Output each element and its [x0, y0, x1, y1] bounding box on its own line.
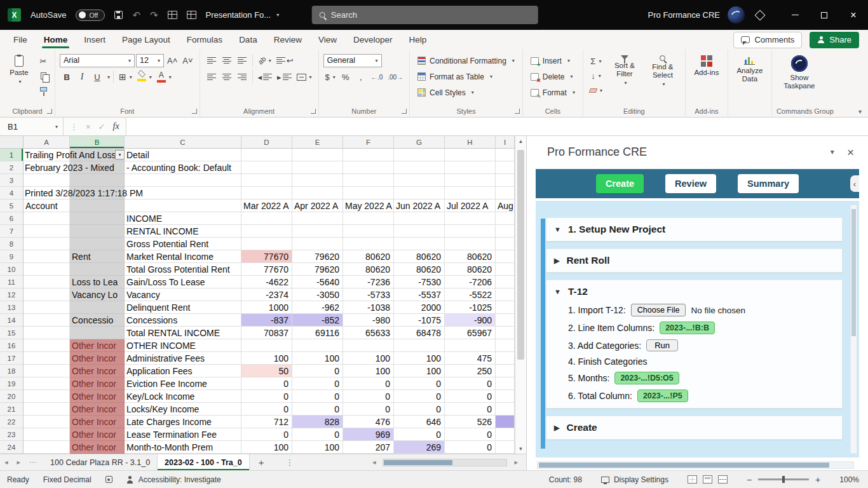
cell[interactable] — [125, 174, 241, 187]
page-break-view-icon[interactable] — [718, 475, 728, 484]
cell[interactable]: 269 — [394, 441, 445, 454]
cell[interactable]: -7530 — [394, 276, 445, 288]
cell[interactable]: -852 — [292, 314, 343, 327]
cell[interactable] — [24, 428, 70, 441]
cell[interactable] — [496, 403, 515, 416]
row-header-3[interactable]: 3 — [0, 174, 24, 187]
row-header-1[interactable]: 1 — [0, 149, 24, 161]
search-box[interactable]: Search — [312, 6, 538, 24]
cell[interactable] — [241, 339, 292, 352]
scrollbar-thumb[interactable] — [539, 463, 829, 468]
orientation-button[interactable]: ab▾ — [256, 53, 273, 67]
redo-icon[interactable]: ↷ — [150, 10, 158, 20]
cell[interactable]: Vacancy — [125, 288, 241, 301]
merge-center-button[interactable]: ▾ — [295, 70, 314, 84]
cell[interactable]: -5537 — [394, 288, 445, 301]
cell[interactable]: 100 — [343, 365, 394, 377]
format-painter-button[interactable] — [36, 83, 50, 97]
cell[interactable]: Market Rental Income — [125, 250, 241, 263]
cell[interactable] — [394, 187, 445, 200]
display-settings-button[interactable]: Display Settings — [601, 475, 668, 484]
cell[interactable]: 969 — [343, 428, 394, 441]
cell[interactable] — [24, 288, 70, 301]
align-center-button[interactable] — [220, 70, 234, 84]
row-header-4[interactable]: 4 — [0, 187, 24, 200]
cell[interactable]: 79620 — [292, 263, 343, 276]
clipboard-dialog-launcher[interactable] — [47, 109, 52, 114]
row-header-6[interactable]: 6 — [0, 212, 24, 225]
pane-horizontal-scrollbar[interactable] — [537, 461, 854, 469]
cell[interactable] — [24, 174, 70, 187]
fill-color-button[interactable]: ▾ — [135, 70, 154, 84]
range-ref-button[interactable]: 2023-...!B:B — [660, 322, 715, 334]
cell[interactable] — [70, 238, 125, 250]
cell[interactable]: 0 — [343, 403, 394, 416]
format-as-table-button[interactable]: Format as Table▾ — [414, 69, 496, 85]
row-header-17[interactable]: 17 — [0, 352, 24, 365]
show-taskpane-button[interactable]: Show Taskpane — [776, 53, 822, 93]
cell[interactable] — [343, 225, 394, 238]
cell[interactable] — [496, 428, 515, 441]
page-layout-view-icon[interactable] — [703, 475, 712, 484]
cell[interactable]: 0 — [292, 403, 343, 416]
row-header-16[interactable]: 16 — [0, 339, 24, 352]
cell[interactable] — [496, 250, 515, 263]
cell[interactable] — [394, 161, 445, 174]
column-header-D[interactable]: D — [241, 136, 292, 148]
cell[interactable] — [496, 187, 515, 200]
cell[interactable]: 77670 — [241, 263, 292, 276]
scrollbar-thumb[interactable] — [851, 209, 856, 336]
autosum-button[interactable]: Σ▾ — [588, 54, 604, 68]
cell[interactable]: Concessio — [70, 314, 125, 327]
cell[interactable] — [445, 149, 496, 161]
cell[interactable]: Other Incor — [70, 441, 125, 454]
cell[interactable] — [24, 403, 70, 416]
cell[interactable]: Other Incor — [70, 339, 125, 352]
cell[interactable] — [343, 238, 394, 250]
cell[interactable]: Other Incor — [70, 365, 125, 377]
cell[interactable]: -5640 — [292, 276, 343, 288]
cell[interactable] — [241, 187, 292, 200]
maximize-button[interactable] — [810, 0, 839, 30]
section-header[interactable]: ▶Create — [554, 422, 834, 433]
percent-format-button[interactable]: % — [339, 70, 353, 84]
cell[interactable] — [445, 339, 496, 352]
cell[interactable]: Total RENTAL INCOME — [125, 327, 241, 339]
cell[interactable]: 0 — [292, 428, 343, 441]
cell[interactable]: 207 — [343, 441, 394, 454]
cell[interactable] — [496, 212, 515, 225]
cell[interactable]: 0 — [292, 365, 343, 377]
column-header-B[interactable]: B — [70, 136, 125, 148]
row-header-9[interactable]: 9 — [0, 250, 24, 263]
underline-button[interactable]: U — [90, 70, 104, 84]
cell[interactable]: 0 — [445, 403, 496, 416]
cell[interactable] — [496, 352, 515, 365]
alignment-dialog-launcher[interactable] — [311, 109, 316, 114]
cell[interactable] — [24, 365, 70, 377]
cell[interactable]: 0 — [343, 390, 394, 403]
align-left-button[interactable] — [205, 70, 219, 84]
cell[interactable] — [125, 200, 241, 212]
row-header-7[interactable]: 7 — [0, 225, 24, 238]
row-header-22[interactable]: 22 — [0, 416, 24, 428]
increase-decimal-button[interactable]: ←.0 — [369, 70, 384, 84]
cell[interactable]: Other Incor — [70, 428, 125, 441]
cell[interactable] — [70, 174, 125, 187]
row-header-8[interactable]: 8 — [0, 238, 24, 250]
cell[interactable] — [394, 238, 445, 250]
cell[interactable] — [496, 327, 515, 339]
cell[interactable] — [496, 263, 515, 276]
row-header-13[interactable]: 13 — [0, 301, 24, 314]
cell[interactable] — [24, 327, 70, 339]
cell[interactable]: 80620 — [343, 250, 394, 263]
cell[interactable]: 65967 — [445, 327, 496, 339]
grid-vertical-scrollbar[interactable]: ▲ ▼ — [515, 136, 526, 454]
normal-view-icon[interactable] — [688, 475, 697, 484]
ribbon-tab-home[interactable]: Home — [36, 31, 76, 48]
cell[interactable]: Other Incor — [70, 390, 125, 403]
column-header-H[interactable]: H — [445, 136, 496, 148]
diamond-icon[interactable] — [755, 10, 766, 20]
cell[interactable] — [24, 339, 70, 352]
cell[interactable]: Aug — [496, 200, 515, 212]
paste-button[interactable]: Paste ▾ — [4, 53, 34, 87]
